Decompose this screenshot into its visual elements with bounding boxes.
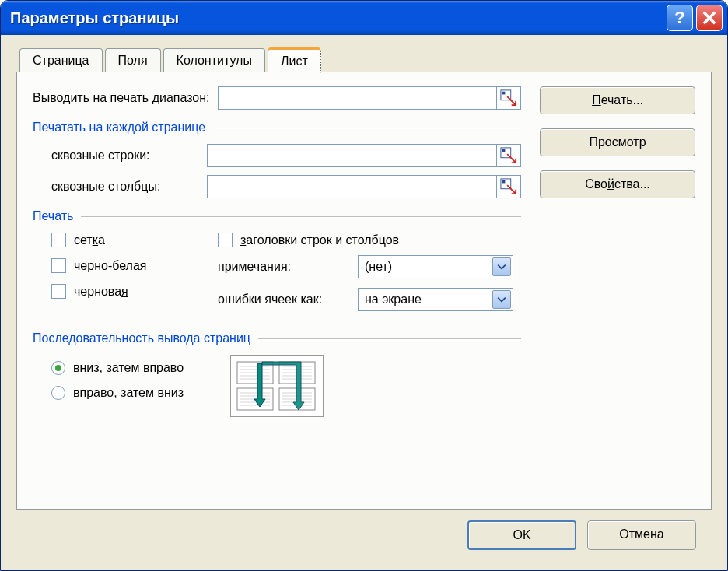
order-group-title: Последовательность вывода страниц <box>33 331 250 345</box>
tab-margins[interactable]: Поля <box>105 48 161 72</box>
page-order-preview <box>230 355 324 417</box>
comments-value: (нет) <box>365 260 392 274</box>
divider <box>213 128 521 128</box>
svg-rect-3 <box>502 149 506 152</box>
dialog-window: Параметры страницы ? Страница Поля Колон… <box>0 0 728 571</box>
window-title: Параметры страницы <box>10 9 663 27</box>
print-range-picker-button[interactable] <box>496 86 521 110</box>
errors-select[interactable]: на экране <box>358 288 513 311</box>
preview-button[interactable]: Просмотр <box>540 128 695 156</box>
checkbox-icon <box>51 284 66 299</box>
print-range-input[interactable] <box>218 86 496 110</box>
tab-sheet[interactable]: Лист <box>268 49 321 73</box>
rows-repeat-label: сквозные строки: <box>51 149 199 163</box>
print-range-label: Выводить на печать диапазон: <box>33 91 210 105</box>
tab-panel-sheet: Выводить на печать диапазон: <box>16 72 712 510</box>
tab-row: Страница Поля Колонтитулы Лист <box>16 47 712 72</box>
checkbox-icon <box>51 233 66 247</box>
options-button[interactable]: Свойства... <box>540 170 695 198</box>
range-picker-icon <box>500 147 517 164</box>
errors-value: на экране <box>365 293 422 307</box>
range-picker-icon <box>500 178 517 195</box>
print-group-title: Печать <box>33 209 73 223</box>
radio-icon <box>51 361 65 375</box>
radio-down-over[interactable]: вниз, затем вправо <box>51 361 184 375</box>
svg-rect-1 <box>502 92 506 95</box>
ok-button[interactable]: OK <box>467 520 576 550</box>
chevron-down-icon <box>492 257 511 276</box>
checkbox-icon <box>51 258 66 273</box>
cols-picker-button[interactable] <box>496 175 521 198</box>
comments-select[interactable]: (нет) <box>358 255 513 278</box>
print-button[interactable]: Печать... <box>540 86 695 114</box>
cancel-button[interactable]: Отмена <box>587 520 696 550</box>
page-order-icon <box>234 359 320 413</box>
checkbox-gridlines[interactable]: сетка <box>51 233 207 247</box>
radio-over-down[interactable]: вправо, затем вниз <box>51 386 184 400</box>
checkbox-headings[interactable]: заголовки строк и столбцов <box>218 233 521 247</box>
errors-label: ошибки ячеек как: <box>218 293 358 307</box>
titlebar: Параметры страницы ? <box>1 1 727 35</box>
chevron-down-icon <box>492 290 511 309</box>
left-column: Выводить на печать диапазон: <box>33 86 521 417</box>
checkbox-blackwhite[interactable]: черно-белая <box>51 258 207 273</box>
dialog-body: Страница Поля Колонтитулы Лист Выводить … <box>1 35 727 570</box>
help-button[interactable]: ? <box>667 5 693 31</box>
checkbox-draft[interactable]: черновая <box>51 284 207 299</box>
rows-picker-button[interactable] <box>496 144 521 167</box>
divider <box>258 338 521 339</box>
comments-label: примечания: <box>218 260 358 274</box>
range-picker-icon <box>500 89 517 107</box>
cols-repeat-label: сквозные столбцы: <box>51 180 199 194</box>
tab-page[interactable]: Страница <box>19 48 103 72</box>
tab-headerfooter[interactable]: Колонтитулы <box>163 48 265 72</box>
footer: OK Отмена <box>16 510 712 561</box>
svg-rect-5 <box>502 180 506 184</box>
cols-repeat-input[interactable] <box>207 175 496 198</box>
close-icon <box>702 11 716 25</box>
divider <box>81 216 521 217</box>
rows-repeat-input[interactable] <box>207 144 496 167</box>
checkbox-icon <box>218 233 233 247</box>
right-column: Печать... Просмотр Свойства... <box>540 86 695 417</box>
radio-icon <box>51 386 65 400</box>
close-button[interactable] <box>696 5 723 31</box>
repeat-group-title: Печатать на каждой странице <box>33 121 205 135</box>
